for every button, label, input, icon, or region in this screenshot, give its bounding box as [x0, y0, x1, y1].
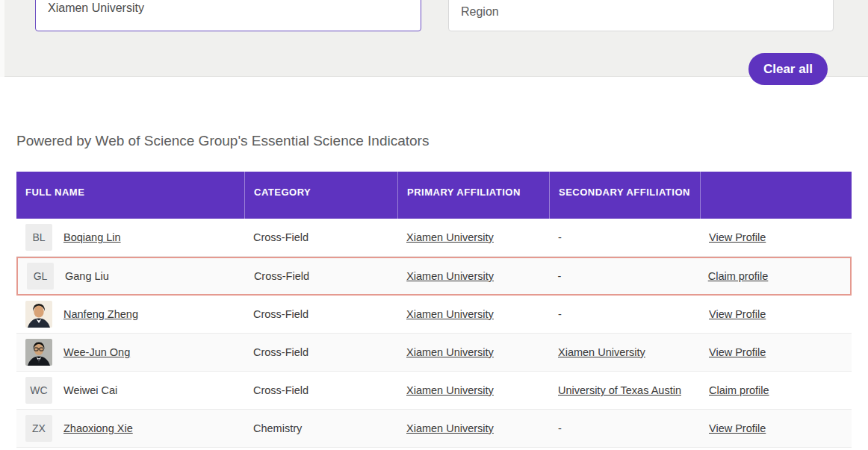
- researcher-name-link: Gang Liu: [65, 270, 109, 282]
- researcher-name-link: Weiwei Cai: [63, 384, 117, 396]
- researcher-name-link[interactable]: Wee-Jun Ong: [63, 346, 130, 358]
- secondary-affiliation-link[interactable]: Xiamen University: [558, 346, 645, 358]
- powered-by-text: Powered by Web of Science Group's Essent…: [16, 133, 868, 149]
- secondary-affiliation-link: -: [558, 231, 562, 243]
- primary-affiliation-link[interactable]: Xiamen University: [406, 270, 494, 282]
- secondary-affiliation-link: -: [557, 270, 561, 282]
- secondary-affiliation-cell: -: [549, 308, 700, 320]
- category-text: Cross-Field: [253, 384, 309, 396]
- primary-affiliation-cell: Xiamen University: [397, 384, 549, 396]
- researcher-name-link[interactable]: Boqiang Lin: [63, 231, 121, 243]
- primary-affiliation-link[interactable]: Xiamen University: [406, 308, 494, 320]
- secondary-affiliation-cell: -: [549, 422, 700, 434]
- researcher-name-link[interactable]: Nanfeng Zheng: [63, 308, 138, 320]
- full-name-cell: GL Gang Liu: [18, 263, 245, 290]
- region-field: [448, 0, 834, 31]
- column-header-primary-affiliation: PRIMARY AFFILIATION: [397, 172, 549, 219]
- primary-affiliation-link[interactable]: Xiamen University: [406, 422, 494, 434]
- avatar: BL: [25, 224, 52, 251]
- table-row: Wee-Jun Ong Cross-Field Xiamen Universit…: [16, 334, 852, 372]
- secondary-affiliation-link: -: [558, 422, 562, 434]
- region-input[interactable]: [461, 5, 819, 19]
- profile-action-link[interactable]: Claim profile: [708, 270, 769, 282]
- category-text: Chemistry: [253, 422, 302, 434]
- category-cell: Cross-Field: [244, 308, 397, 320]
- action-cell: Claim profile: [699, 270, 850, 282]
- column-header-secondary-affiliation: SECONDARY AFFILIATION: [549, 172, 700, 219]
- category-cell: Cross-Field: [244, 384, 397, 396]
- profile-action-link[interactable]: View Profile: [709, 346, 766, 358]
- category-text: Cross-Field: [254, 270, 309, 282]
- avatar: GL: [27, 263, 54, 290]
- table-row: GL Gang Liu Cross-Field Xiamen Universit…: [16, 257, 852, 296]
- profile-action-link[interactable]: View Profile: [709, 422, 766, 434]
- avatar-photo: [25, 339, 52, 366]
- secondary-affiliation-cell: University of Texas Austin: [549, 384, 700, 396]
- full-name-cell: ZX Zhaoxiong Xie: [16, 415, 244, 442]
- table-row: ZX Zhaoxiong Xie Chemistry Xiamen Univer…: [16, 410, 852, 448]
- primary-affiliation-link[interactable]: Xiamen University: [406, 231, 494, 243]
- column-header-category: CATEGORY: [244, 172, 397, 219]
- secondary-affiliation-link: -: [558, 308, 562, 320]
- column-header-full-name: FULL NAME: [16, 172, 244, 219]
- primary-affiliation-cell: Xiamen University: [397, 422, 549, 434]
- primary-affiliation-link[interactable]: Xiamen University: [406, 346, 494, 358]
- secondary-affiliation-cell: Xiamen University: [549, 346, 700, 358]
- category-cell: Cross-Field: [244, 346, 397, 358]
- researcher-name-link[interactable]: Zhaoxiong Xie: [63, 422, 133, 434]
- category-cell: Cross-Field: [245, 270, 397, 282]
- category-cell: Cross-Field: [244, 231, 397, 243]
- primary-affiliation-cell: Xiamen University: [397, 231, 549, 243]
- category-text: Cross-Field: [253, 308, 309, 320]
- primary-affiliation-cell: Xiamen University: [397, 270, 548, 282]
- full-name-cell: WC Weiwei Cai: [16, 377, 244, 404]
- action-cell: View Profile: [700, 422, 852, 434]
- secondary-affiliation-link[interactable]: University of Texas Austin: [558, 384, 681, 396]
- primary-affiliation-cell: Xiamen University: [397, 346, 549, 358]
- category-cell: Chemistry: [244, 422, 397, 434]
- avatar-photo: [25, 301, 52, 328]
- category-text: Cross-Field: [253, 231, 309, 243]
- action-cell: View Profile: [700, 346, 852, 358]
- researchers-table: FULL NAME CATEGORY PRIMARY AFFILIATION S…: [16, 172, 852, 448]
- full-name-cell: BL Boqiang Lin: [16, 224, 244, 251]
- table-body: BL Boqiang Lin Cross-Field Xiamen Univer…: [16, 219, 852, 448]
- category-text: Cross-Field: [253, 346, 309, 358]
- table-row: WC Weiwei Cai Cross-Field Xiamen Univers…: [16, 372, 852, 410]
- action-cell: Claim profile: [700, 384, 852, 396]
- secondary-affiliation-cell: -: [548, 270, 698, 282]
- secondary-affiliation-cell: -: [549, 231, 700, 243]
- primary-affiliation-cell: Xiamen University: [397, 308, 549, 320]
- table-row: BL Boqiang Lin Cross-Field Xiamen Univer…: [16, 219, 852, 257]
- profile-action-link[interactable]: Claim profile: [709, 384, 769, 396]
- action-cell: View Profile: [700, 308, 852, 320]
- avatar: ZX: [25, 415, 52, 442]
- column-header-actions: [700, 172, 852, 219]
- avatar: WC: [25, 377, 52, 404]
- table-row: Nanfeng Zheng Cross-Field Xiamen Univers…: [16, 296, 852, 334]
- filter-bar: Institution Clear all: [0, 0, 868, 77]
- table-header-row: FULL NAME CATEGORY PRIMARY AFFILIATION S…: [16, 172, 852, 219]
- primary-affiliation-link[interactable]: Xiamen University: [406, 384, 494, 396]
- full-name-cell: Wee-Jun Ong: [16, 339, 244, 366]
- profile-action-link[interactable]: View Profile: [709, 231, 766, 243]
- institution-field: Institution: [35, 0, 421, 31]
- clear-all-button[interactable]: Clear all: [748, 53, 828, 85]
- action-cell: View Profile: [700, 231, 852, 243]
- full-name-cell: Nanfeng Zheng: [16, 301, 244, 328]
- profile-action-link[interactable]: View Profile: [709, 308, 766, 320]
- institution-input[interactable]: [48, 1, 406, 15]
